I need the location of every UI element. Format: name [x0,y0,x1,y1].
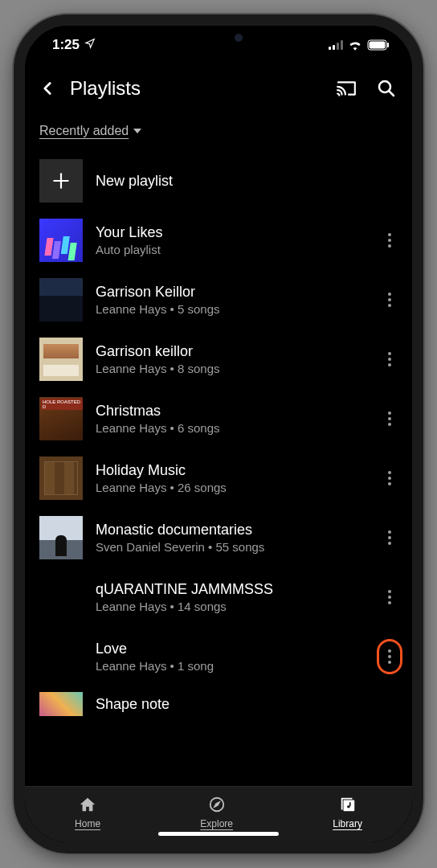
playlist-thumbnail [39,457,83,500]
playlist-row[interactable]: Shape note [25,686,412,719]
svg-line-4 [389,91,394,96]
nav-home-label: Home [75,818,100,829]
playlist-list[interactable]: New playlist Your Likes Auto playlist Ga… [25,145,412,786]
playlist-subtitle: Leanne Hays • 14 songs [96,600,364,613]
playlist-row[interactable]: Holiday Music Leanne Hays • 26 songs [25,448,412,508]
more-options-button[interactable] [377,520,402,555]
cellular-signal-icon [329,40,343,50]
playlist-title: qUARANTINE JAMMMSSS [96,581,364,598]
playlist-row[interactable]: Your Likes Auto playlist [25,211,412,270]
screen: 1:25 Playlists [25,26,412,842]
playlist-subtitle: Leanne Hays • 6 songs [96,421,364,435]
playlist-row[interactable]: Love Leanne Hays • 1 song [25,627,412,686]
nav-home[interactable]: Home [75,796,100,829]
playlist-thumbnail [39,516,83,559]
playlist-thumbnail [39,635,83,678]
more-options-button[interactable] [377,579,402,615]
playlist-row[interactable]: Garrison Keillor Leanne Hays • 5 songs [25,270,412,330]
library-icon [339,796,357,816]
playlist-thumbnail [39,575,83,619]
nav-library[interactable]: Library [333,796,362,829]
sort-dropdown[interactable]: Recently added [39,124,141,138]
status-left: 1:25 [52,37,96,53]
compass-icon [208,796,226,816]
playlist-row[interactable]: Christmas Leanne Hays • 6 songs [25,389,412,448]
svg-marker-8 [214,802,219,807]
playlist-thumbnail [39,338,83,381]
playlist-subtitle: Sven Daniel Severin • 55 songs [96,540,364,554]
playlist-title: Holiday Music [96,462,364,479]
playlist-subtitle: Leanne Hays • 26 songs [96,481,364,494]
playlist-thumbnail [39,397,83,440]
battery-icon [367,39,390,51]
home-indicator[interactable] [158,832,279,836]
playlist-title: Garrison keillor [96,343,364,360]
playlist-title: Shape note [96,696,402,713]
chevron-down-icon [133,124,141,138]
nav-explore-label: Explore [200,818,233,829]
playlist-title: Garrison Keillor [96,284,364,301]
playlist-row[interactable]: Monastic documentaries Sven Daniel Sever… [25,508,412,567]
playlist-thumbnail [39,278,83,321]
header-actions [335,77,398,100]
playlist-subtitle: Leanne Hays • 8 songs [96,362,364,375]
home-icon [79,796,96,816]
playlist-subtitle: Leanne Hays • 1 song [96,659,364,673]
playlist-thumbnail [39,219,83,262]
back-button[interactable] [33,74,62,103]
playlist-subtitle: Leanne Hays • 5 songs [96,302,364,316]
notch [134,26,303,50]
more-options-button[interactable] [377,282,402,317]
svg-rect-2 [387,43,389,47]
playlist-subtitle: Auto playlist [96,243,364,256]
search-button[interactable] [375,77,398,100]
svg-rect-1 [370,42,386,49]
phone-frame: 1:25 Playlists [14,14,423,854]
playlist-row[interactable]: qUARANTINE JAMMMSSS Leanne Hays • 14 son… [25,567,412,627]
more-options-button[interactable] [377,401,402,436]
new-playlist-label: New playlist [96,173,402,190]
nav-library-label: Library [333,818,362,829]
playlist-title: Love [96,641,364,657]
page-title: Playlists [70,77,327,100]
playlist-thumbnail [39,692,83,716]
new-playlist-row[interactable]: New playlist [25,151,412,211]
playlist-title: Your Likes [96,224,364,241]
more-options-button[interactable] [377,461,402,496]
playlist-title: Monastic documentaries [96,522,364,538]
more-options-button[interactable] [377,639,402,674]
more-options-button[interactable] [377,223,402,258]
plus-icon [39,159,83,203]
playlist-title: Christmas [96,403,364,420]
sort-label: Recently added [39,124,129,138]
more-options-button[interactable] [377,342,402,377]
location-icon [84,37,96,53]
sort-row: Recently added [25,113,412,145]
tutorial-highlight [377,639,402,674]
status-time: 1:25 [52,37,80,53]
status-right [329,39,390,51]
cast-button[interactable] [335,77,357,100]
svg-rect-11 [349,802,350,806]
playlist-row[interactable]: Garrison keillor Leanne Hays • 8 songs [25,330,412,389]
app-header: Playlists [25,64,412,113]
nav-explore[interactable]: Explore [200,796,233,829]
wifi-icon [348,39,362,51]
